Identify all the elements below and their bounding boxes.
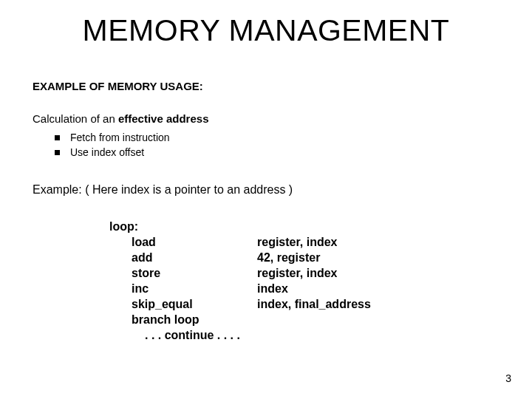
list-item: Fetch from instruction [55,130,170,145]
code-row: store register, index [132,265,371,281]
code-mnemonic: skip_equal [132,296,257,312]
square-bullet-icon [55,150,60,155]
list-item-label: Use index offset [70,146,144,158]
slide: MEMORY MANAGEMENT EXAMPLE OF MEMORY USAG… [0,0,532,399]
code-mnemonic: store [132,265,257,281]
code-mnemonic: load [132,234,257,250]
code-row: inc index [132,281,371,296]
code-mnemonic: branch loop [132,312,257,327]
square-bullet-icon [55,135,60,140]
list-item: Use index offset [55,145,170,160]
subheading: Calculation of an effective address [33,112,208,125]
code-table: load register, index add 42, register st… [132,234,371,327]
code-row: load register, index [132,234,371,250]
section-heading: EXAMPLE OF MEMORY USAGE: [33,80,203,92]
code-row: add 42, register [132,250,371,265]
code-args: 42, register [257,250,371,265]
page-title: MEMORY MANAGEMENT [0,13,532,48]
subheading-plain: Calculation of an [33,112,118,125]
code-args: index [257,281,371,296]
code-block: loop: load register, index add 42, regis… [109,219,371,343]
code-args: register, index [257,234,371,250]
bullet-list: Fetch from instruction Use index offset [55,130,170,160]
code-row: branch loop [132,312,371,327]
subheading-bold: effective address [118,112,209,125]
code-mnemonic: add [132,250,257,265]
page-number: 3 [505,372,511,384]
code-row: skip_equal index, final_address [132,296,371,312]
code-args: index, final_address [257,296,371,312]
code-continue: . . . continue . . . . [145,327,371,343]
code-args: register, index [257,265,371,281]
code-label: loop: [109,219,371,234]
code-args [257,312,371,327]
code-mnemonic: inc [132,281,257,296]
list-item-label: Fetch from instruction [70,132,170,143]
example-line: Example: ( Here index is a pointer to an… [33,183,293,197]
